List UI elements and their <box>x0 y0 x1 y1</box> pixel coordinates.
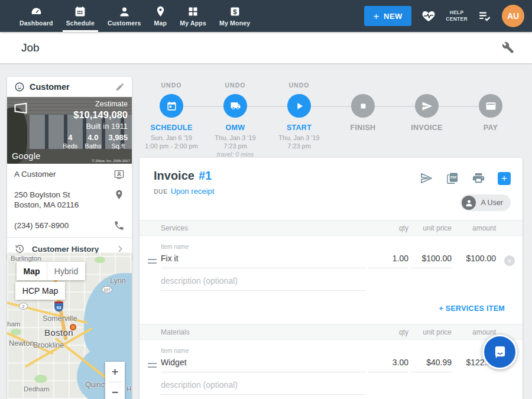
customer-phone-row: (234) 567-8900 <box>7 215 132 236</box>
page-title: Job <box>21 41 40 54</box>
nav-item-dashboard[interactable]: Dashboard <box>13 0 60 32</box>
map-label-somerville: Somerville <box>43 314 77 323</box>
timeline-step-omw: UNDO OMW Thu, Jan 3 '19 7:23 pm travel: … <box>203 82 267 158</box>
customer-history-label: Customer History <box>32 245 99 254</box>
omw-step-button[interactable] <box>223 94 247 118</box>
job-status-timeline: UNDO SCHEDULE Sun, Jan 6 '19 1:00 pm - 2… <box>140 82 523 154</box>
drag-handle[interactable] <box>148 259 157 264</box>
qty-input[interactable] <box>368 254 408 268</box>
invoice-card: Invoice#1 DUEUpon receipt PDF + A User S… <box>140 158 523 399</box>
step-date: Thu, Jan 3 '19 <box>215 134 255 142</box>
assignee-name: A User <box>481 199 503 207</box>
material-line-item: Item name $122.97 × <box>140 348 523 372</box>
qty-input[interactable] <box>368 358 408 372</box>
address-line1: 250 Boylston St <box>14 190 108 200</box>
nav-item-map[interactable]: Map <box>148 0 174 32</box>
new-button-label: NEW <box>384 12 403 21</box>
invoice-header: Invoice#1 DUEUpon receipt PDF + A User <box>140 158 523 220</box>
nav-item-customers[interactable]: Customers <box>101 0 148 32</box>
undo-link[interactable]: UNDO <box>225 82 246 89</box>
phone-icon[interactable] <box>113 220 125 231</box>
timeline-step-finish: FINISH <box>331 82 395 158</box>
invoice-number-link[interactable]: #1 <box>199 169 212 182</box>
step-date: Sun, Jan 6 '19 <box>151 134 192 142</box>
stat-label: Beds <box>63 142 77 150</box>
nav-item-schedule[interactable]: Schedule <box>60 0 101 32</box>
map-label-hi: Hi <box>126 385 132 392</box>
description-input[interactable] <box>161 380 365 395</box>
item-name-input[interactable] <box>161 254 365 268</box>
timeline-step-invoice: INVOICE <box>395 82 459 158</box>
step-label: OMW <box>226 124 245 132</box>
chat-bubble-icon <box>492 344 508 361</box>
pdf-icon[interactable]: PDF <box>446 171 459 185</box>
health-heart-icon[interactable] <box>421 9 436 23</box>
zoom-out-button[interactable]: − <box>105 382 125 399</box>
step-time: 7:23 pm <box>287 142 311 150</box>
undo-link[interactable]: UNDO <box>161 82 182 89</box>
property-photo: Zestimate $10,149,080 Built in 1911 4 Be… <box>7 97 132 164</box>
svg-text:$: $ <box>233 8 237 15</box>
map-park <box>95 257 105 263</box>
material-description-row <box>140 380 523 395</box>
unit-price-input[interactable] <box>411 358 452 372</box>
item-name-label: Item name <box>161 348 365 354</box>
remove-item-icon[interactable]: × <box>504 255 515 266</box>
apps-grid-icon <box>187 5 199 18</box>
nav-item-my-money[interactable]: $ My Money <box>213 0 257 32</box>
col-amount: amount <box>452 224 496 232</box>
item-name-input[interactable] <box>161 358 365 372</box>
finish-step-button[interactable] <box>351 94 375 118</box>
user-avatar[interactable]: AU <box>502 5 524 27</box>
col-qty: qty <box>365 328 408 336</box>
nav-label: Schedule <box>66 20 95 27</box>
map-button-hcp[interactable]: HCP Map <box>15 282 65 300</box>
item-name-label: Item name <box>161 244 365 250</box>
map-label-brookline: Brookline <box>33 341 64 349</box>
person-icon <box>465 199 473 207</box>
pay-step-button[interactable] <box>479 94 502 118</box>
nav-label: My Apps <box>180 20 206 27</box>
print-icon[interactable] <box>472 171 485 185</box>
schedule-step-button[interactable] <box>160 94 183 118</box>
travel-note: travel: 0 mins <box>217 151 254 158</box>
add-services-item-link[interactable]: + SERVICES ITEM <box>439 304 505 313</box>
help-center-line2: CENTER <box>446 16 468 22</box>
new-button[interactable]: + NEW <box>364 6 411 26</box>
undo-link[interactable]: UNDO <box>289 82 310 89</box>
due-label: DUE <box>154 188 168 195</box>
checklist-icon[interactable] <box>478 9 492 23</box>
calendar-icon <box>166 100 177 112</box>
nav-right-cluster: + NEW HELP CENTER AU <box>364 0 532 32</box>
map-button-map[interactable]: Map <box>17 262 47 280</box>
start-step-button[interactable] <box>287 94 311 118</box>
contact-card-icon[interactable] <box>113 168 125 180</box>
assignee-chip[interactable]: A User <box>460 194 511 211</box>
services-section-header: Services qty unit price amount <box>140 220 523 236</box>
property-stats: 4 Beds 4.0 Baths 3,985 Sq.ft <box>63 133 128 150</box>
edit-pencil-icon[interactable] <box>115 82 125 92</box>
job-settings-wrench-icon[interactable] <box>502 41 514 54</box>
invoice-step-button[interactable] <box>415 94 439 118</box>
zoom-in-button[interactable]: + <box>105 362 125 382</box>
timeline-step-pay: PAY <box>459 82 523 158</box>
street-view-pano-icon[interactable] <box>13 102 28 114</box>
money-icon: $ <box>229 5 241 18</box>
description-input[interactable] <box>161 276 365 291</box>
due-terms-link[interactable]: Upon receipt <box>171 187 215 196</box>
nav-item-my-apps[interactable]: My Apps <box>173 0 213 32</box>
materials-section-header: Materials qty unit price amount <box>140 324 523 340</box>
send-invoice-icon[interactable] <box>420 171 433 185</box>
help-center-link[interactable]: HELP CENTER <box>446 9 468 22</box>
step-date: Thu, Jan 3 '19 <box>278 134 319 142</box>
chat-support-button[interactable] <box>482 335 517 369</box>
step-label: PAY <box>484 124 498 132</box>
map-label-boston: Boston <box>44 327 73 338</box>
stat-baths: 4.0 Baths <box>85 133 101 150</box>
location-pin-icon[interactable] <box>113 189 125 200</box>
map-label-burlington: Burlington <box>11 255 41 262</box>
add-invoice-button[interactable]: + <box>498 172 511 185</box>
unit-price-input[interactable] <box>411 254 452 268</box>
map-button-hybrid[interactable]: Hybrid <box>47 262 85 280</box>
drag-handle[interactable] <box>148 363 157 368</box>
